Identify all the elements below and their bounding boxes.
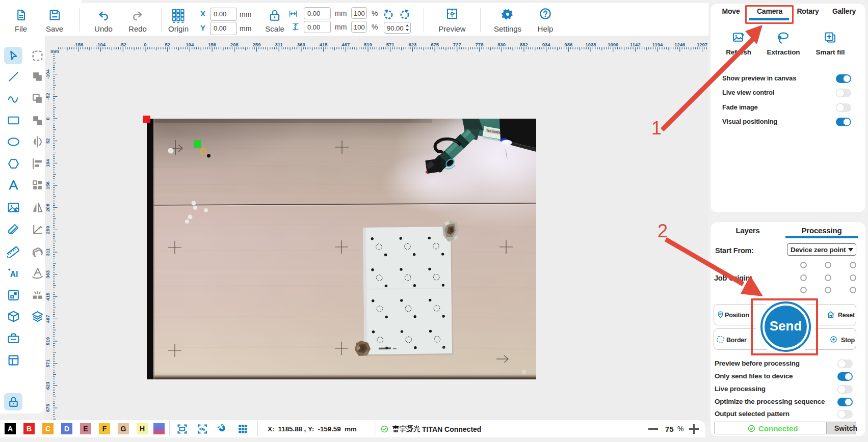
- svg-text:1: 1: [651, 118, 662, 139]
- svg-text:2: 2: [657, 220, 668, 241]
